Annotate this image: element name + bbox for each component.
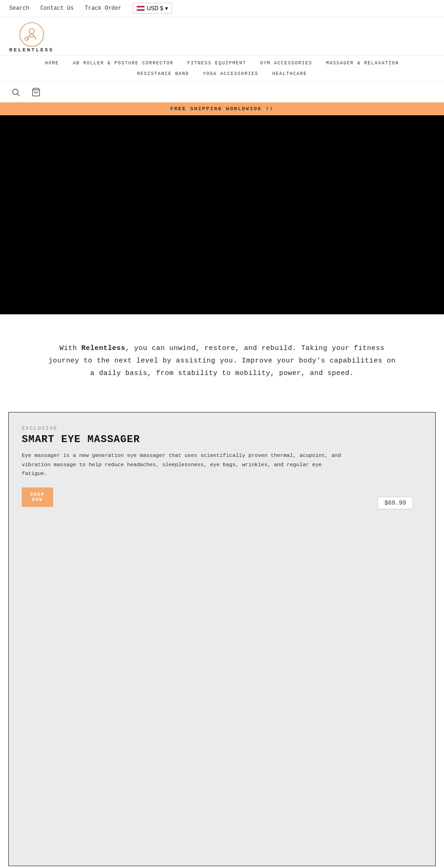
exclusive-label: EXCLUSIVE <box>22 425 422 431</box>
nav-row-1: HOME AB ROLLER & POSTURE CORRECTOR FITNE… <box>45 58 399 69</box>
product-title: SMART EYE MASSAGER <box>22 434 422 445</box>
search-icon <box>11 87 20 97</box>
svg-point-0 <box>19 23 43 46</box>
currency-label: USD $ <box>147 5 163 12</box>
nav-row-2: RESISTANCE BAND YOGA ACCESSORIES HEALTHC… <box>137 69 307 79</box>
exclusive-section: EXCLUSIVE SMART EYE MASSAGER Eye massage… <box>8 412 436 866</box>
icon-bar <box>0 82 444 102</box>
product-price: $69.99 <box>377 497 413 509</box>
cart-icon <box>31 87 41 97</box>
nav-fitness-equipment[interactable]: FITNESS EQUIPMENT <box>187 61 247 66</box>
nav-healthcare[interactable]: HEALTHCARE <box>272 71 307 76</box>
contact-link[interactable]: Contact Us <box>40 5 74 12</box>
top-bar: Search Contact Us Track Order USD $ ▾ <box>0 0 444 17</box>
flag-icon <box>136 6 145 11</box>
tagline-before: With <box>59 344 81 352</box>
nav-home[interactable]: HOME <box>45 61 59 66</box>
nav-yoga-accessories[interactable]: YOGA ACCESSORIES <box>203 71 259 76</box>
chevron-down-icon: ▾ <box>165 5 168 12</box>
shipping-text: FREE SHIPPING WORLDWIDE !! <box>170 106 274 112</box>
currency-selector[interactable]: USD $ ▾ <box>132 3 172 14</box>
track-order-link[interactable]: Track Order <box>85 5 121 12</box>
brand-name: RELENTLESS <box>9 47 54 53</box>
logo-icon <box>19 22 44 47</box>
shipping-banner: FREE SHIPPING WORLDWIDE !! <box>0 102 444 115</box>
product-description: Eye massager is a new generation eye mas… <box>22 451 345 478</box>
tagline-text: With Relentless, you can unwind, restore… <box>46 342 398 380</box>
product-image-area <box>22 518 422 866</box>
main-nav: HOME AB ROLLER & POSTURE CORRECTOR FITNE… <box>0 55 444 82</box>
hero-section <box>0 115 444 314</box>
nav-gym-accessories[interactable]: GYM ACCESSORIES <box>260 61 313 66</box>
shop-now-button[interactable]: SHOPNOW <box>22 487 53 507</box>
logo-area: RELENTLESS <box>0 17 444 55</box>
search-link[interactable]: Search <box>9 5 29 12</box>
svg-point-3 <box>12 89 18 94</box>
logo-container[interactable]: RELENTLESS <box>9 22 54 53</box>
svg-line-4 <box>18 94 20 96</box>
nav-resistance-band[interactable]: RESISTANCE BAND <box>137 71 189 76</box>
tagline-section: With Relentless, you can unwind, restore… <box>0 314 444 407</box>
svg-point-1 <box>29 29 34 34</box>
product-cta-row: SHOPNOW $69.99 <box>22 487 422 509</box>
tagline-brand: Relentless <box>81 344 125 352</box>
nav-massager[interactable]: MASSAGER & RELAXATION <box>326 61 399 66</box>
cart-button[interactable] <box>30 86 43 99</box>
nav-ab-roller[interactable]: AB ROLLER & POSTURE CORRECTOR <box>73 61 173 66</box>
search-button[interactable] <box>9 86 22 99</box>
